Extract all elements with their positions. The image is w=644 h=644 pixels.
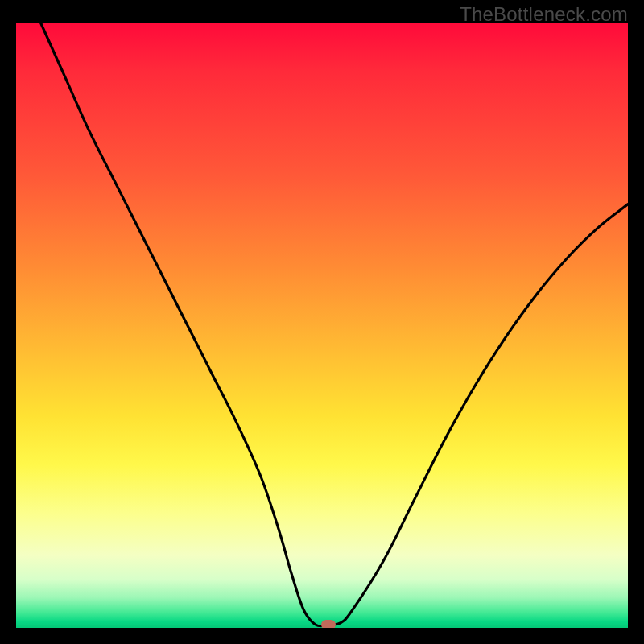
bottleneck-curve (16, 23, 628, 628)
watermark-text: TheBottleneck.com (460, 3, 628, 26)
optimal-point-marker (321, 620, 336, 628)
plot-area (16, 23, 628, 628)
chart-frame: TheBottleneck.com (0, 0, 644, 644)
